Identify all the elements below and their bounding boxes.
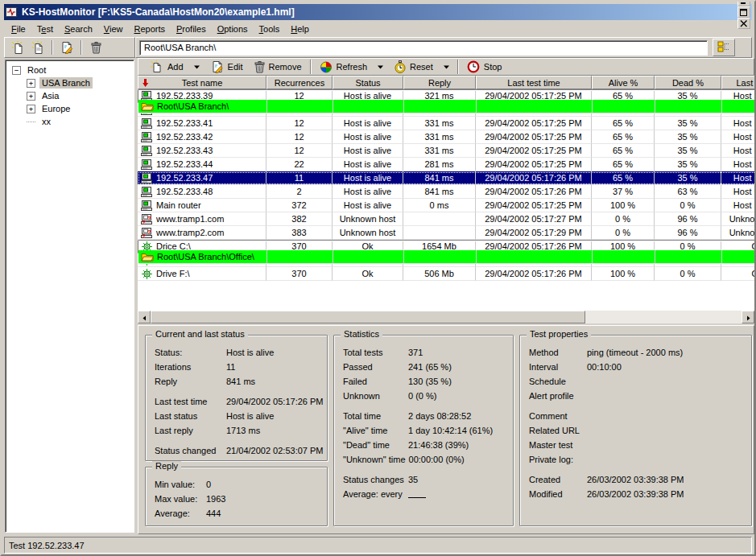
remove-button[interactable]: Remove [249,59,308,75]
host-alive-icon [141,173,153,183]
new-test-list-button[interactable] [29,39,47,56]
column-header-last-status[interactable]: Last status [721,76,754,89]
test-row[interactable]: 192.52.233.4711Host is alive841 ms29/04/… [138,171,754,185]
menu-options[interactable]: Options [212,22,254,36]
test-name: Drive F:\ [156,269,190,278]
cell-recurrences: 22 [266,158,333,171]
field-row: "Alive" time1 day 10:42:14 (61%) [334,423,513,438]
delete-test-button[interactable] [87,39,105,56]
test-name-cell: ??www.tramp2.com [138,226,266,240]
menu-file[interactable]: File [6,22,31,36]
menu-view[interactable]: View [98,22,129,36]
field-label: "Dead" time [343,440,408,450]
edit-button[interactable]: Edit [205,59,249,75]
host-bad-icon: ?? [141,214,153,224]
column-header-test-name[interactable]: Test name [138,76,266,89]
title-bar[interactable]: KS-HostMonitor [F:\KS5-Canada\HostMon20\… [4,4,752,20]
cell-status [333,250,404,264]
test-row[interactable]: 192.52.233.482Host is alive841 ms29/04/2… [138,185,754,199]
cell-reply: 841 ms [403,185,476,199]
stop-button[interactable]: Stop [461,59,508,75]
cell-last-test-time: 29/04/2002 05:17:26 PM [476,267,592,281]
edit-test-button[interactable] [58,39,76,56]
expand-expander[interactable]: + [27,92,35,101]
cell-last-status [722,250,754,264]
minimize-button[interactable] [737,0,750,6]
test-name-cell: 192.52.233.48 [138,185,266,199]
folder-path-input[interactable]: Root\USA Branch\ [139,40,708,56]
menu-test[interactable]: Test [31,22,59,36]
test-row[interactable]: 192.52.233.4312Host is alive331 ms29/04/… [138,144,754,158]
cell-last-test-time: 29/04/2002 05:17:27 PM [476,212,592,226]
cell-dead: 0 % [655,267,721,281]
cell-reply: 281 ms [403,158,476,171]
field-row: Related URL [520,423,751,438]
scroll-left-button[interactable] [138,311,151,323]
field-label: Total tests [343,348,408,357]
dropdown-arrow-icon[interactable] [194,65,200,69]
blank-line [408,497,426,498]
test-row[interactable]: Drive F:\370Ok506 Mb29/04/2002 05:17:26 … [138,267,754,281]
refresh-button[interactable]: Refresh [314,59,390,75]
scroll-right-button[interactable] [742,311,754,323]
cell-reply [403,212,476,226]
tree-item-xx[interactable]: xx [6,115,134,128]
add-button[interactable]: Add [145,59,205,75]
field-row: Modified26/03/2002 03:39:38 PM [520,487,751,501]
field-value: 00:00:00 (0%) [409,455,465,464]
toolbar-separator [310,60,312,74]
test-row[interactable]: 192.52.233.4422Host is alive281 ms29/04/… [138,158,754,171]
menu-profiles[interactable]: Profiles [171,22,212,36]
window-title: KS-HostMonitor [F:\KS5-Canada\HostMon20\… [22,6,736,18]
field-value: 26/03/2002 03:39:38 PM [587,489,684,499]
tree-item-asia[interactable]: +Asia [6,89,134,102]
new-test-button[interactable] [9,39,27,56]
dropdown-arrow-icon[interactable] [378,65,383,69]
menu-reports[interactable]: Reports [128,22,171,36]
cell-dead: 35 % [655,158,721,171]
menu-search[interactable]: Search [59,22,98,36]
test-name-cell: ??www.tramp1.com [138,212,266,226]
toolbar-button-label: Refresh [337,62,368,72]
column-header-reply[interactable]: Reply [403,76,476,89]
host-alive-icon [141,132,153,142]
expand-expander[interactable]: + [27,105,35,113]
column-header-dead-[interactable]: Dead % [655,76,721,89]
field-value: 0 [206,480,211,489]
scrollbar-track[interactable] [585,311,742,323]
tree-item-root[interactable]: −Root [6,64,134,76]
test-row[interactable]: 192.52.233.4212Host is alive331 ms29/04/… [138,130,754,144]
toolbar-separator [52,40,53,55]
field-value: 1963 [206,494,225,504]
tree-item-usa-branch[interactable]: +USA Branch [6,76,134,89]
folder-tree-button[interactable] [713,39,735,56]
expand-expander[interactable]: + [27,79,35,88]
column-header-alive-[interactable]: Alive % [592,76,655,89]
test-name-cell: 192.52.233.43 [138,144,266,158]
group-row[interactable]: Root\USA Branch\ [138,89,754,103]
dropdown-arrow-icon[interactable] [444,65,449,69]
column-header-recurrences[interactable]: Recurrences [266,76,333,89]
column-header-last-test-time[interactable]: Last test time [476,76,592,89]
cell-dead: 63 % [655,185,721,199]
menu-tools[interactable]: Tools [254,22,286,36]
test-row[interactable]: ??www.tramp1.com382Unknown host29/04/200… [138,212,754,226]
field-label: Private log: [529,455,587,464]
maximize-button[interactable] [737,6,750,18]
host-bad-icon: ?? [141,228,153,238]
menu-help[interactable]: Help [285,22,315,36]
horizontal-scrollbar[interactable] [138,311,754,323]
test-row[interactable]: Main router372Host is alive0 ms29/04/200… [138,199,754,212]
scrollbar-thumb[interactable] [151,311,585,323]
test-row[interactable]: ??www.tramp2.com383Unknown host29/04/200… [138,226,754,240]
reset-button[interactable]: Reset [389,59,455,75]
collapse-expander[interactable]: − [12,66,21,75]
tree-item-europe[interactable]: +Europe [6,102,134,115]
test-name: 192.52.233.47 [156,173,213,183]
field-label: Last status [155,411,226,421]
app-pulse-icon [6,6,19,18]
test-row[interactable]: 192.52.233.4112Host is alive331 ms29/04/… [138,117,754,130]
group-row[interactable]: Root\USA Branch\Office\ [138,240,754,253]
field-row: Last reply1713 ms [146,423,327,438]
column-header-status[interactable]: Status [333,76,403,89]
